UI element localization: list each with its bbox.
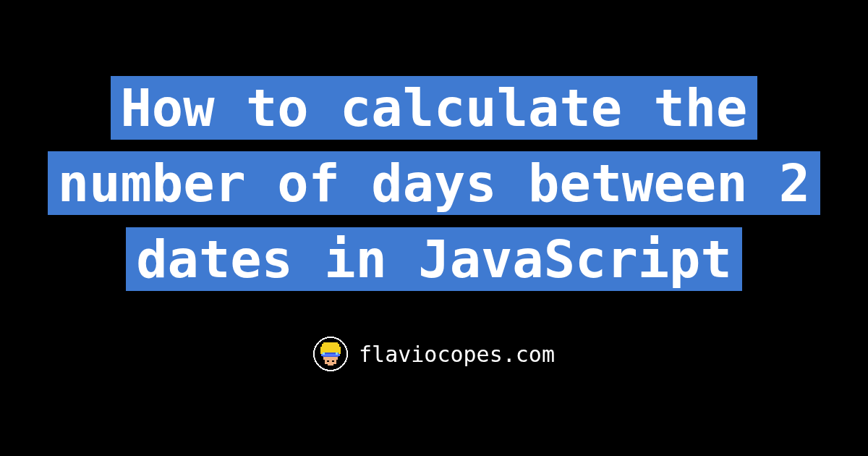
svg-rect-8 xyxy=(336,352,338,355)
svg-rect-7 xyxy=(323,352,325,355)
svg-rect-10 xyxy=(323,357,338,360)
svg-rect-1 xyxy=(322,344,339,354)
svg-rect-12 xyxy=(327,360,329,362)
title-text: How to calculate the number of days betw… xyxy=(48,76,820,291)
card-title: How to calculate the number of days betw… xyxy=(36,70,832,297)
domain-label: flaviocopes.com xyxy=(359,342,555,367)
svg-rect-13 xyxy=(332,360,334,362)
avatar-icon xyxy=(313,337,348,371)
svg-rect-4 xyxy=(323,342,338,345)
svg-rect-11 xyxy=(328,363,333,366)
footer: flaviocopes.com xyxy=(313,337,555,371)
